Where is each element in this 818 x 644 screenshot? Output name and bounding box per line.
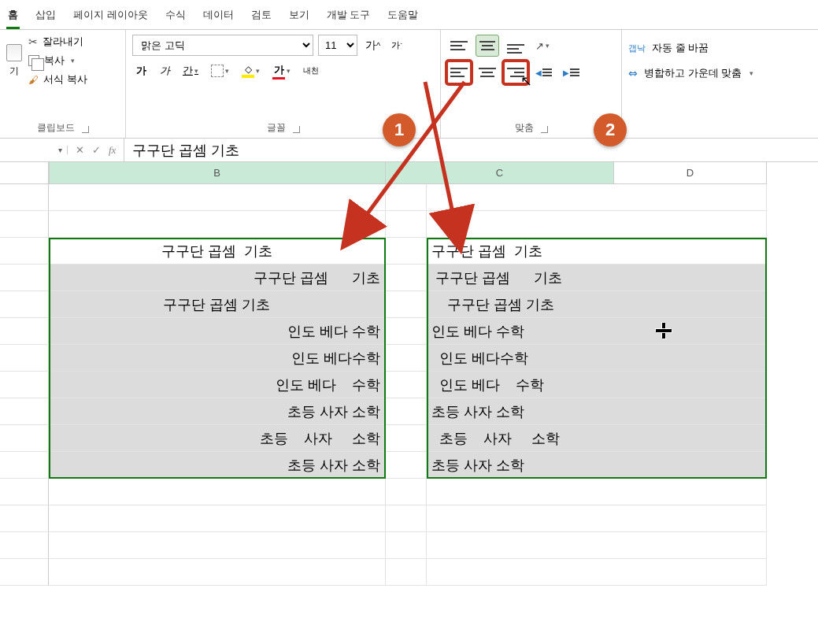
cell-b5[interactable]: 구구단 곱셈 기초 (49, 291, 386, 318)
arrow-right-icon: ▶ (563, 68, 569, 77)
increase-font-label: 가 (365, 39, 376, 53)
cell-b11[interactable]: 초등 사자 소학 (49, 452, 386, 479)
cursor-icon: ↖ (520, 72, 532, 90)
font-family-select[interactable]: 맑은 고딕 (132, 35, 313, 56)
tab-insert[interactable]: 삽입 (34, 3, 57, 29)
name-box[interactable] (0, 146, 68, 154)
format-painter-label: 서식 복사 (43, 72, 87, 87)
tab-data[interactable]: 데이터 (202, 3, 235, 29)
spreadsheet-grid: B C D .col-headers{position:relative} (0, 162, 818, 184)
font-group-label: 글꼴 (267, 121, 286, 135)
border-button[interactable] (208, 62, 232, 80)
cell-c11[interactable]: 초등 사자 소학 (427, 452, 767, 479)
cell-b4[interactable]: 구구단 곱셈 기초 (49, 265, 386, 291)
fx-icon: fx (105, 144, 119, 157)
enter-formula-button[interactable]: ✓ (89, 144, 104, 156)
formula-input[interactable]: 구구단 곱셈 기초 (124, 141, 818, 160)
font-dialog-launcher-icon[interactable] (291, 124, 300, 133)
cell-b3[interactable]: 구구단 곱셈 기초 (49, 238, 386, 265)
cell-c8[interactable]: 인도 베다 수학 (427, 372, 767, 398)
clipboard-group-label: 클립보드 (37, 121, 75, 135)
merge-center-label: 병합하고 가운데 맞춤 (644, 66, 742, 80)
tab-developer[interactable]: 개발 도구 (325, 3, 372, 29)
tab-help[interactable]: 도움말 (386, 3, 420, 29)
arrow-left-icon: ◀ (535, 68, 542, 77)
font-color-button[interactable]: 가 (269, 62, 294, 80)
alignment-dialog-launcher-icon[interactable] (539, 124, 548, 133)
fill-color-button[interactable]: ◇ (239, 62, 263, 80)
tab-page-layout[interactable]: 페이지 레이아웃 (72, 3, 150, 29)
underline-button[interactable]: 간 (180, 62, 202, 80)
align-left-button[interactable] (447, 61, 471, 83)
tab-view[interactable]: 보기 (287, 3, 311, 29)
merge-center-button[interactable]: ⇔ 병합하고 가운데 맞춤 (628, 66, 812, 80)
tab-review[interactable]: 검토 (250, 3, 273, 29)
fill-bucket-icon: ◇ (245, 64, 252, 75)
cut-label: 잘라내기 (43, 35, 83, 49)
font-size-select[interactable]: 11 (318, 35, 357, 56)
tab-formulas[interactable]: 수식 (164, 3, 187, 29)
italic-button[interactable]: 가 (156, 62, 173, 80)
cell-b6[interactable]: 인도 베다 수학 (49, 318, 386, 345)
decrease-indent-button[interactable]: ◀ (532, 64, 555, 81)
menu-bar: 홈 삽입 페이지 레이아웃 수식 데이터 검토 보기 개발 도구 도움말 (0, 0, 818, 30)
align-center-button[interactable] (476, 61, 499, 83)
sheet: 구구단 곱셈 기초 구구단 곱셈 기초 구구단 곱셈 기초 구구단 곱셈 기초 … (0, 184, 818, 586)
align-middle-button[interactable] (476, 35, 499, 57)
col-header-b[interactable]: B (49, 162, 386, 184)
cell-c10[interactable]: 초등 사자 소학 (427, 425, 767, 452)
cell-b8[interactable]: 인도 베다 수학 (49, 372, 386, 398)
cell-b9[interactable]: 초등 사자 소학 (49, 398, 386, 425)
group-wrap-merge: 갭낙 자동 줄 바꿈 ⇔ 병합하고 가운데 맞춤 (622, 30, 818, 138)
cell-c6[interactable]: 인도 베다 수학 (427, 318, 767, 345)
cell-b10[interactable]: 초등 사자 소학 (49, 425, 386, 452)
font-color-swatch (272, 77, 285, 80)
decrease-font-button[interactable]: 가ˇ (388, 37, 405, 54)
cell-c4[interactable]: 구구단 곱셈 기초 (427, 265, 767, 291)
cancel-formula-button[interactable]: ✕ (72, 144, 87, 156)
group-clipboard: 기 잘라내기 복사 서식 복사 클립보드 (0, 30, 126, 138)
paintbrush-icon (28, 74, 39, 86)
phonetic-guide-button[interactable]: 내천 (300, 62, 322, 80)
col-header-c[interactable]: C (386, 162, 614, 184)
copy-icon (28, 55, 39, 66)
clipboard-dialog-launcher-icon[interactable] (80, 124, 89, 133)
font-color-glyph: 가 (274, 63, 284, 77)
wrap-text-icon: 갭낙 (628, 43, 646, 54)
alignment-group-label: 맞춤 (515, 121, 534, 135)
increase-indent-button[interactable]: ▶ (560, 64, 583, 81)
paste-button[interactable]: 기 (6, 35, 25, 87)
copy-label: 복사 (44, 54, 65, 68)
col-header-d[interactable]: D (614, 162, 767, 184)
border-icon (211, 65, 224, 77)
align-bottom-button[interactable] (504, 35, 527, 57)
align-right-button[interactable]: ↖ (504, 61, 527, 83)
decrease-font-label: 가 (391, 39, 400, 51)
cell-cursor-icon (656, 323, 672, 339)
ribbon: 기 잘라내기 복사 서식 복사 클립보드 (0, 30, 818, 139)
orientation-button[interactable] (532, 37, 553, 54)
align-top-button[interactable] (447, 35, 471, 57)
wrap-text-button[interactable]: 갭낙 자동 줄 바꿈 (628, 41, 812, 55)
cell-c7[interactable]: 인도 베다수학 (427, 345, 767, 372)
paste-label: 기 (9, 65, 19, 78)
cell-b7[interactable]: 인도 베다수학 (49, 345, 386, 372)
scissors-icon (28, 35, 38, 48)
paste-icon (6, 44, 22, 61)
cell-c3[interactable]: 구구단 곱셈 기초 (427, 238, 767, 265)
copy-button[interactable]: 복사 (28, 54, 87, 68)
format-painter-button[interactable]: 서식 복사 (28, 72, 87, 87)
annotation-badge-2: 2 (594, 113, 627, 146)
fill-swatch (242, 75, 254, 78)
wrap-text-label: 자동 줄 바꿈 (652, 41, 709, 55)
bold-button[interactable]: 가 (132, 62, 150, 80)
merge-icon: ⇔ (628, 67, 638, 80)
increase-font-button[interactable]: 가^ (362, 37, 383, 54)
tab-home[interactable]: 홈 (6, 3, 20, 29)
cell-c5[interactable]: 구구단 곱셈 기초 (427, 291, 767, 318)
annotation-badge-1: 1 (383, 113, 416, 146)
cell-c9[interactable]: 초등 사자 소학 (427, 398, 767, 425)
cut-button[interactable]: 잘라내기 (28, 35, 87, 49)
